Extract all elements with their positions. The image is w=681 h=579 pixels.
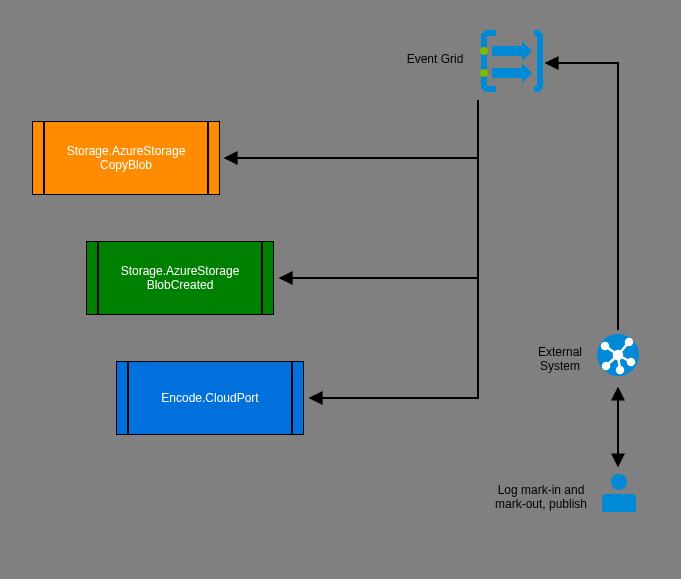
storage-blobcreated-label-2: BlobCreated bbox=[121, 278, 240, 292]
svg-point-9 bbox=[603, 363, 609, 369]
storage-blobcreated-node: Storage.AzureStorage BlobCreated bbox=[86, 241, 274, 315]
svg-point-5 bbox=[602, 343, 608, 349]
external-system-icon bbox=[595, 332, 641, 382]
storage-copyblob-label-2: CopyBlob bbox=[67, 158, 186, 172]
encode-cloudport-label: Encode.CloudPort bbox=[161, 391, 258, 405]
external-system-label: External System bbox=[530, 345, 590, 373]
storage-blobcreated-label-1: Storage.AzureStorage bbox=[121, 264, 240, 278]
svg-point-14 bbox=[611, 474, 627, 490]
svg-point-11 bbox=[628, 359, 634, 365]
encode-cloudport-node: Encode.CloudPort bbox=[116, 361, 304, 435]
svg-point-0 bbox=[480, 47, 488, 55]
svg-point-13 bbox=[617, 367, 623, 373]
user-icon bbox=[598, 470, 640, 516]
svg-point-7 bbox=[626, 339, 632, 345]
user-action-label: Log mark-in and mark-out, publish bbox=[492, 483, 590, 511]
event-grid-label: Event Grid bbox=[400, 52, 470, 66]
event-grid-icon bbox=[478, 27, 546, 99]
svg-point-1 bbox=[480, 69, 488, 77]
storage-copyblob-label-1: Storage.AzureStorage bbox=[67, 144, 186, 158]
storage-copyblob-node: Storage.AzureStorage CopyBlob bbox=[32, 121, 220, 195]
